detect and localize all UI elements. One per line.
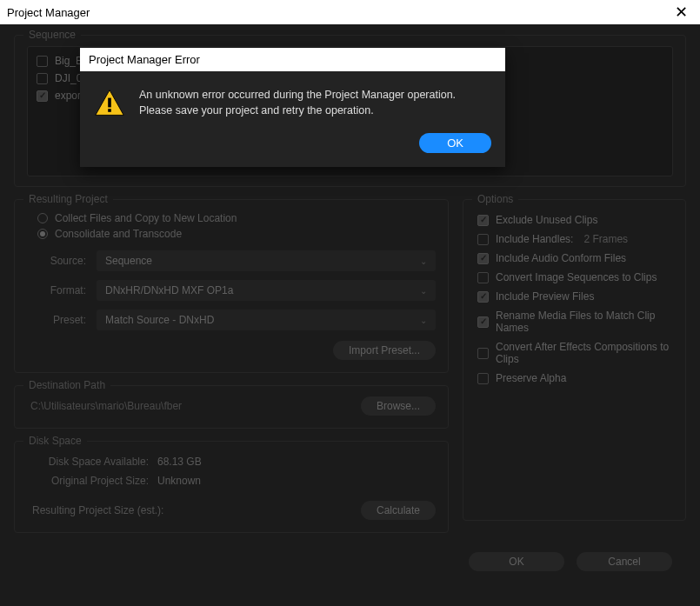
window-title-bar: Project Manager ✕ — [0, 0, 700, 24]
error-message: An unknown error occurred during the Pro… — [139, 87, 490, 121]
error-dialog: Project Manager Error An unknown error o… — [80, 48, 505, 167]
svg-rect-1 — [108, 98, 111, 108]
warning-icon — [94, 87, 125, 121]
error-dialog-title: Project Manager Error — [80, 48, 505, 71]
error-ok-button[interactable]: OK — [419, 133, 491, 153]
svg-rect-2 — [108, 109, 111, 112]
window-title: Project Manager — [7, 6, 670, 19]
close-icon[interactable]: ✕ — [670, 3, 693, 22]
